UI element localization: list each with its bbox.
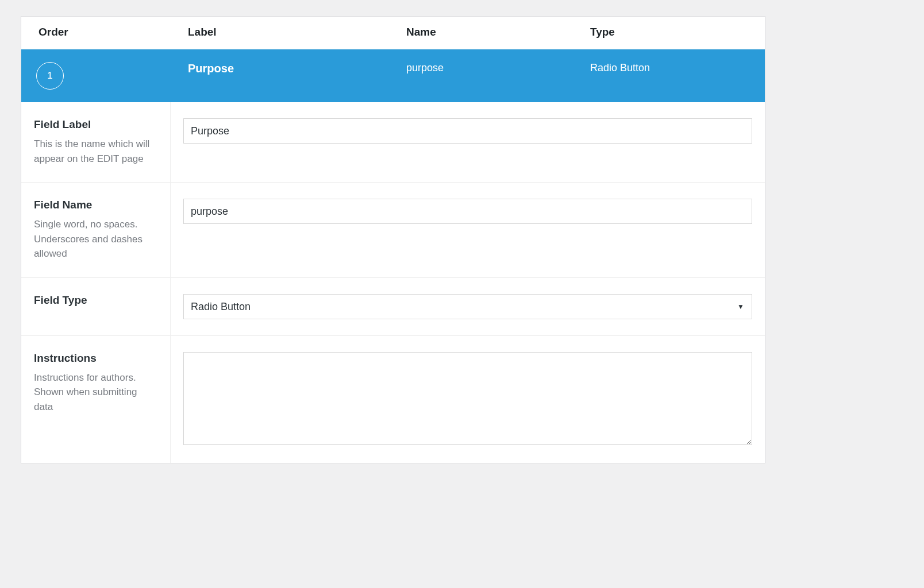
setting-meta-field-label: Field Label This is the name which will … <box>21 102 171 183</box>
setting-control-field-name <box>171 183 765 278</box>
setting-meta-instructions: Instructions Instructions for authors. S… <box>21 336 171 463</box>
field-summary-row[interactable]: 1 Purpose purpose Radio Button <box>21 49 765 102</box>
field-group-panel: Order Label Name Type 1 Purpose purpose … <box>21 16 765 463</box>
setting-desc: Instructions for authors. Shown when sub… <box>34 370 157 415</box>
setting-title: Field Label <box>34 118 157 131</box>
header-type: Type <box>573 26 765 38</box>
header-order: Order <box>21 26 171 38</box>
setting-title: Field Type <box>34 294 157 307</box>
field-type-select[interactable]: Radio Button <box>183 294 752 319</box>
order-number: 1 <box>47 70 52 82</box>
setting-desc: This is the name which will appear on th… <box>34 137 157 166</box>
setting-meta-field-type: Field Type <box>21 278 171 336</box>
setting-desc: Single word, no spaces. Underscores and … <box>34 217 157 261</box>
setting-meta-field-name: Field Name Single word, no spaces. Under… <box>21 183 171 278</box>
header-name: Name <box>389 26 573 38</box>
field-label-input[interactable] <box>183 118 752 144</box>
order-badge[interactable]: 1 <box>36 62 64 90</box>
setting-control-field-type: Radio Button ▼ <box>171 278 765 336</box>
field-label-cell[interactable]: Purpose <box>171 62 389 75</box>
field-name-cell: purpose <box>389 62 573 74</box>
select-wrapper: Radio Button ▼ <box>183 294 752 319</box>
setting-title: Field Name <box>34 199 157 211</box>
header-label: Label <box>171 26 389 38</box>
setting-control-field-label <box>171 102 765 183</box>
field-name-input[interactable] <box>183 199 752 224</box>
setting-title: Instructions <box>34 352 157 365</box>
field-type-cell: Radio Button <box>573 62 765 74</box>
field-settings: Field Label This is the name which will … <box>21 102 765 463</box>
field-table-header: Order Label Name Type <box>21 17 765 49</box>
field-order-cell: 1 <box>21 62 171 90</box>
instructions-textarea[interactable] <box>183 352 752 445</box>
setting-control-instructions <box>171 336 765 463</box>
